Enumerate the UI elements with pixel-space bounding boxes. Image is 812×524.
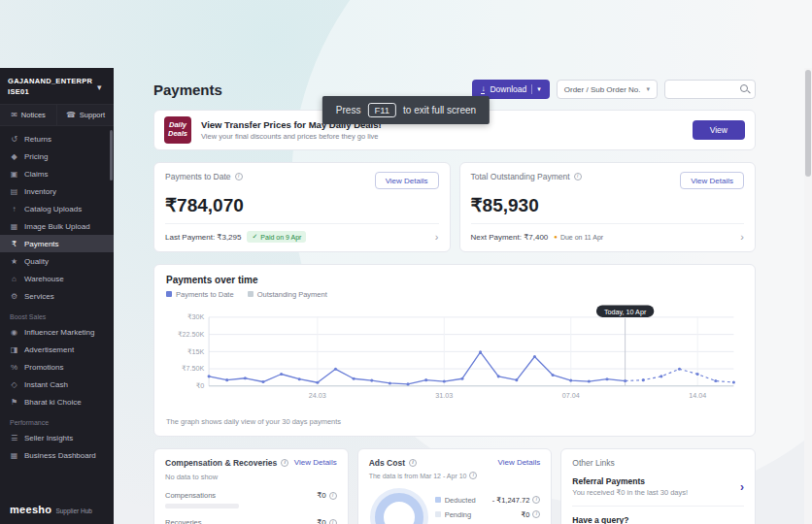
- insights-icon: ☰: [10, 434, 18, 442]
- sidebar-item-inventory[interactable]: ▤ Inventory: [0, 182, 114, 200]
- sidebar-item-returns[interactable]: ↺ Returns: [0, 130, 114, 147]
- referral-payments-link[interactable]: Referral Payments You received ₹0 in the…: [572, 468, 744, 507]
- row-label: Pending: [445, 510, 472, 519]
- scrollbar-thumb[interactable]: [805, 70, 811, 177]
- legend-swatch-deducted: [435, 497, 441, 503]
- view-details-link[interactable]: View Details: [294, 458, 337, 467]
- row-label: Compensations: [165, 491, 239, 500]
- row-value: - ₹1,247.72: [492, 496, 530, 505]
- inventory-icon: ▤: [10, 187, 18, 196]
- last-payment-row[interactable]: Last Payment: ₹3,295 ✓ Paid on 9 Apr ›: [165, 231, 439, 243]
- sidebar-item-label: Quality: [24, 257, 49, 266]
- sidebar-item-label: Advertisement: [24, 345, 74, 354]
- page-title: Payments: [153, 82, 222, 98]
- page-scrollbar[interactable]: [804, 68, 812, 524]
- profile-name: GAJANAND_ENTERPRISE01: [8, 77, 93, 97]
- chevron-right-icon: ›: [740, 480, 744, 494]
- sidebar-item-label: Bharat ki Choice: [24, 398, 82, 407]
- banner-view-button[interactable]: View: [693, 120, 745, 140]
- sidebar-item-label: Warehouse: [24, 275, 64, 283]
- payments-to-date-card: Payments to Date i View Details ₹784,070…: [153, 162, 451, 252]
- last-payment-label: Last Payment: ₹3,295: [165, 233, 241, 242]
- sidebar-item-pricing[interactable]: ◆ Pricing: [0, 147, 114, 165]
- empty-state-text: No data to show: [165, 473, 337, 481]
- sidebar-item-label: Business Dashboard: [24, 451, 96, 460]
- search-icon: [740, 84, 748, 94]
- returns-icon: ↺: [10, 135, 18, 144]
- info-icon[interactable]: i: [409, 459, 417, 467]
- compensations-row: Compensations ₹0 i: [165, 491, 337, 508]
- sidebar-item-label: Influencer Marketing: [24, 328, 94, 337]
- sidebar-item-catalog-uploads[interactable]: ↑ Catalog Uploads: [0, 200, 114, 217]
- paid-badge-label: Paid on 9 Apr: [260, 234, 301, 241]
- sidebar-item-label: Catalog Uploads: [24, 205, 82, 213]
- banner-subtitle: View your final discounts and prices bef…: [201, 132, 683, 141]
- info-icon[interactable]: i: [329, 519, 337, 524]
- promotions-icon: %: [10, 363, 18, 372]
- link-title: Referral Payments: [572, 476, 688, 486]
- order-filter-label: Order / Sub Order No.: [564, 85, 641, 94]
- sidebar-item-quality[interactable]: ★ Quality: [0, 252, 114, 270]
- row-value: ₹0: [317, 518, 326, 524]
- payments-line-chart: ₹30K₹22.50K₹15K₹7.50K₹024.0331.0307.0414…: [166, 303, 743, 415]
- warehouse-icon: ⌂: [10, 275, 18, 283]
- svg-text:07.04: 07.04: [562, 392, 580, 400]
- info-icon[interactable]: i: [532, 510, 540, 518]
- card-title: Compensation & Recoveries: [165, 458, 277, 468]
- order-filter-select[interactable]: Order / Sub Order No. ▾: [557, 80, 658, 99]
- button-divider: [531, 84, 532, 94]
- due-badge: ● Due on 11 Apr: [554, 234, 603, 241]
- sidebar-item-warehouse[interactable]: ⌂ Warehouse: [0, 270, 114, 287]
- sidebar-item-label: Promotions: [24, 363, 63, 372]
- info-icon[interactable]: i: [235, 173, 243, 180]
- sidebar-item-claims[interactable]: ▣ Claims: [0, 165, 114, 182]
- profile-menu[interactable]: GAJANAND_ENTERPRISE01 ▾: [0, 68, 114, 104]
- sidebar-item-instant-cash[interactable]: ◇ Instant Cash: [0, 376, 114, 393]
- sidebar-item-advertisement[interactable]: ◨ Advertisement: [0, 341, 114, 358]
- quality-icon: ★: [10, 257, 18, 266]
- view-details-button[interactable]: View Details: [375, 172, 439, 189]
- chevron-down-icon: ▾: [97, 82, 102, 92]
- info-icon[interactable]: i: [281, 459, 288, 467]
- support-button[interactable]: ☎ Support: [56, 105, 114, 125]
- info-icon[interactable]: i: [532, 496, 540, 504]
- divider: [165, 223, 439, 224]
- view-details-button[interactable]: View Details: [680, 172, 744, 189]
- sidebar-item-business-dashboard[interactable]: ▦ Business Dashboard: [0, 446, 114, 464]
- info-icon[interactable]: i: [574, 173, 582, 180]
- sidebar-item-bharat-ki-choice[interactable]: ⚑ Bharat ki Choice: [0, 393, 114, 410]
- support-icon: ☎: [66, 111, 76, 119]
- search-box[interactable]: [664, 80, 756, 99]
- chart-title: Payments over time: [166, 275, 743, 285]
- other-links-card: Other Links Referral Payments You receiv…: [560, 448, 756, 524]
- sidebar-item-promotions[interactable]: % Promotions: [0, 358, 114, 376]
- daily-deals-logo: Daily Deals: [164, 116, 191, 144]
- have-a-query-link[interactable]: Have a query? Raise a ticket for your pa…: [572, 507, 744, 524]
- main-content: Payments ↓ Download ▾ Order / Sub Order …: [114, 68, 804, 524]
- chevron-right-icon[interactable]: ›: [435, 231, 439, 243]
- info-icon[interactable]: i: [329, 492, 337, 500]
- sidebar-item-services[interactable]: ⚙ Services: [0, 287, 114, 305]
- ads-range-note: The data is from Mar 12 - Apr 10: [369, 473, 467, 479]
- sidebar-item-label: Inventory: [24, 187, 56, 196]
- sidebar-scrollbar[interactable]: [110, 130, 113, 180]
- sidebar-item-influencer-marketing[interactable]: ◉ Influencer Marketing: [0, 323, 114, 341]
- legend-label: Outstanding Payment: [257, 290, 327, 299]
- sidebar-item-image-bulk-upload[interactable]: ▦ Image Bulk Upload: [0, 217, 114, 235]
- next-payment-row[interactable]: Next Payment: ₹7,400 ● Due on 11 Apr ›: [471, 231, 745, 243]
- influencer-icon: ◉: [10, 328, 18, 337]
- pending-row: Pending ₹0i: [435, 510, 541, 519]
- notices-button[interactable]: ✉ Notices: [0, 105, 56, 125]
- download-icon: ↓: [481, 85, 485, 94]
- link-title: Have a query?: [572, 515, 718, 524]
- sidebar-item-seller-insights[interactable]: ☰ Seller Insights: [0, 429, 114, 446]
- sidebar-item-payments[interactable]: ₹ Payments: [0, 235, 114, 252]
- ads-cost-card: Ads Cost i View Details The data is from…: [357, 448, 553, 524]
- info-icon[interactable]: i: [469, 472, 477, 479]
- search-input[interactable]: [672, 85, 740, 94]
- chevron-right-icon[interactable]: ›: [740, 231, 744, 243]
- sidebar: GAJANAND_ENTERPRISE01 ▾ ✉ Notices ☎ Supp…: [0, 68, 114, 524]
- view-details-link[interactable]: View Details: [497, 458, 540, 467]
- support-label: Support: [80, 111, 105, 119]
- upload-icon: ↑: [10, 205, 18, 213]
